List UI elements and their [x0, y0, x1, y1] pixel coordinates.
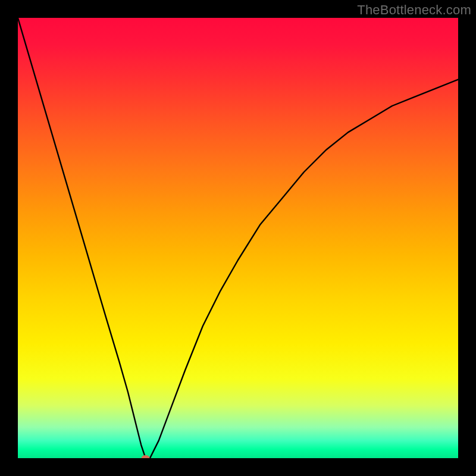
minimum-marker	[142, 455, 150, 458]
watermark-text: TheBottleneck.com	[357, 2, 471, 18]
bottleneck-curve	[18, 18, 458, 458]
plot-area	[18, 18, 458, 458]
chart-container: TheBottleneck.com	[0, 0, 476, 476]
curve-svg	[18, 18, 458, 458]
